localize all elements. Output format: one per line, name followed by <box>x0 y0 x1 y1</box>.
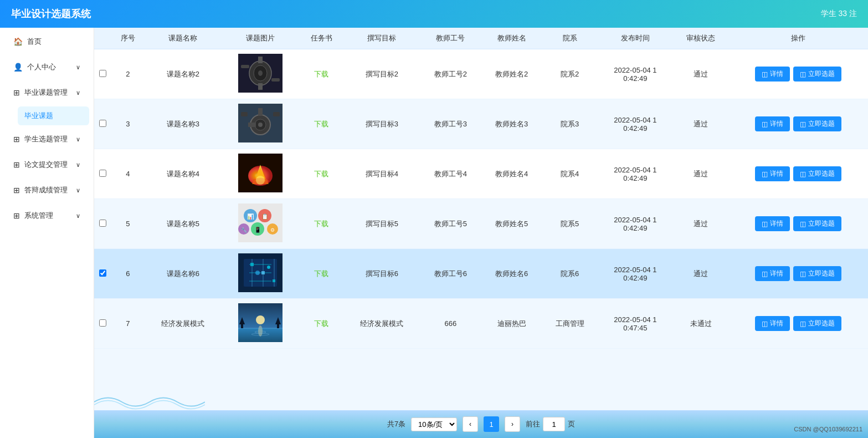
detail-icon: ◫ <box>762 70 768 78</box>
row-status: 通过 <box>673 99 728 149</box>
total-count: 共7条 <box>387 419 405 429</box>
row-teacher-id: 666 <box>420 299 481 349</box>
select-button[interactable]: ◫ 立即选题 <box>793 67 841 82</box>
detail-button[interactable]: ◫ 详情 <box>755 67 790 82</box>
row-checkbox-cell <box>94 99 111 149</box>
next-page-button[interactable]: › <box>505 416 520 432</box>
detail-button[interactable]: ◫ 详情 <box>755 216 790 231</box>
sidebar-label-sys-mgmt: 系统管理 <box>24 211 53 221</box>
svg-text:🔧: 🔧 <box>240 227 247 233</box>
row-teacher-id: 教师工号2 <box>420 49 481 99</box>
row-dept: 院系3 <box>542 99 598 149</box>
col-teacher-name: 教师姓名 <box>481 28 542 49</box>
svg-rect-11 <box>258 108 263 116</box>
sidebar-label-home: 首页 <box>27 37 42 47</box>
svg-rect-6 <box>241 65 249 68</box>
person-icon: 👤 <box>13 63 23 72</box>
select-button[interactable]: ◫ 立即选题 <box>793 216 841 231</box>
chevron-down-icon-3: ∨ <box>76 136 80 143</box>
sidebar-item-paper-submit[interactable]: ⊞ 论文提交管理 ∨ <box>4 153 89 176</box>
detail-button[interactable]: ◫ 详情 <box>755 166 790 181</box>
row-download[interactable]: 下载 <box>299 49 344 99</box>
row-download[interactable]: 下载 <box>299 99 344 149</box>
download-link[interactable]: 下载 <box>314 220 328 228</box>
row-goal: 撰写目标5 <box>344 199 420 249</box>
row-image: 📊 📋 📱 ⚙ 🔧 <box>221 199 299 249</box>
sidebar-item-sys-mgmt[interactable]: ⊞ 系统管理 ∨ <box>4 204 89 227</box>
download-link[interactable]: 下载 <box>314 269 328 278</box>
svg-point-21 <box>256 176 265 185</box>
row-teacher-id: 教师工号3 <box>420 99 481 149</box>
download-link[interactable]: 下载 <box>314 319 328 328</box>
svg-text:⚙: ⚙ <box>270 227 275 233</box>
row-actions: ◫ 详情 ◫ 立即选题 <box>728 149 868 199</box>
row-dept: 工商管理 <box>542 299 598 349</box>
row-checkbox-cell <box>94 249 111 299</box>
sidebar-item-home[interactable]: 🏠 首页 <box>4 30 89 53</box>
row-status: 通过 <box>673 149 728 199</box>
row-checkbox[interactable] <box>99 319 106 327</box>
row-name: 课题名称6 <box>145 249 222 299</box>
row-download[interactable]: 下载 <box>299 199 344 249</box>
main-content: 序号 课题名称 课题图片 任务书 撰写目标 教师工号 教师姓名 院系 发布时间 … <box>94 28 868 438</box>
goto-input[interactable] <box>543 417 565 431</box>
prev-page-button[interactable]: ‹ <box>463 416 478 432</box>
row-goal: 经济发展模式 <box>344 299 420 349</box>
row-checkbox[interactable] <box>99 220 106 227</box>
sidebar-label-thesis-topic: 毕业课题 <box>24 111 53 121</box>
row-download[interactable]: 下载 <box>299 149 344 199</box>
select-button[interactable]: ◫ 立即选题 <box>793 316 841 331</box>
table-row: 2 课题名称2 下载 撰写目标2 教师工号2 教师姓名2 院系2 2022-05… <box>94 49 868 99</box>
goto-label-post: 页 <box>568 419 575 429</box>
row-image <box>221 249 299 299</box>
svg-point-44 <box>255 271 260 275</box>
row-actions: ◫ 详情 ◫ 立即选题 <box>728 49 868 99</box>
download-link[interactable]: 下载 <box>314 170 328 178</box>
svg-text:📱: 📱 <box>254 226 261 233</box>
svg-rect-7 <box>271 78 280 82</box>
row-actions: ◫ 详情 ◫ 立即选题 <box>728 249 868 299</box>
row-seq: 3 <box>111 99 145 149</box>
row-actions: ◫ 详情 ◫ 立即选题 <box>728 299 868 349</box>
row-time: 2022-05-04 10:42:49 <box>597 149 673 199</box>
sidebar-label-paper-submit: 论文提交管理 <box>24 160 68 170</box>
sidebar-item-defense-score[interactable]: ⊞ 答辩成绩管理 ∨ <box>4 179 89 202</box>
row-actions: ◫ 详情 ◫ 立即选题 <box>728 99 868 149</box>
goto-page: 前往 页 <box>526 417 575 431</box>
detail-button[interactable]: ◫ 详情 <box>755 116 790 131</box>
row-name: 课题名称3 <box>145 99 222 149</box>
row-goal: 撰写目标4 <box>344 149 420 199</box>
row-checkbox[interactable] <box>99 170 106 177</box>
col-teacher-id: 教师工号 <box>420 28 481 49</box>
row-status: 未通过 <box>673 299 728 349</box>
sidebar-item-thesis-mgmt[interactable]: ⊞ 毕业课题管理 ∨ <box>4 81 89 104</box>
table-row: 7 经济发展模式 下载 经济发展模式 <box>94 299 868 349</box>
sidebar-item-student-select[interactable]: ⊞ 学生选题管理 ∨ <box>4 128 89 151</box>
select-icon: ◫ <box>800 220 806 228</box>
svg-point-5 <box>258 70 263 76</box>
select-button[interactable]: ◫ 立即选题 <box>793 116 841 131</box>
select-button[interactable]: ◫ 立即选题 <box>793 266 841 281</box>
row-seq: 2 <box>111 49 145 99</box>
row-goal: 撰写目标3 <box>344 99 420 149</box>
row-checkbox[interactable] <box>99 120 106 127</box>
download-link[interactable]: 下载 <box>314 70 328 78</box>
page-size-select[interactable]: 10条/页 20条/页 50条/页 <box>411 417 457 431</box>
home-icon: 🏠 <box>13 37 23 46</box>
sidebar-item-thesis-topic[interactable]: 毕业课题 <box>18 106 89 125</box>
row-download[interactable]: 下载 <box>299 299 344 349</box>
select-button[interactable]: ◫ 立即选题 <box>793 166 841 181</box>
row-checkbox[interactable] <box>99 70 106 77</box>
detail-button[interactable]: ◫ 详情 <box>755 316 790 331</box>
detail-icon: ◫ <box>762 220 768 228</box>
col-image: 课题图片 <box>221 28 299 49</box>
detail-label: 详情 <box>770 269 783 278</box>
row-goal: 撰写目标6 <box>344 249 420 299</box>
detail-label: 详情 <box>770 69 783 79</box>
download-link[interactable]: 下载 <box>314 120 328 128</box>
sidebar-item-personal[interactable]: 👤 个人中心 ∨ <box>4 55 89 79</box>
row-download[interactable]: 下载 <box>299 249 344 299</box>
detail-button[interactable]: ◫ 详情 <box>755 266 790 281</box>
row-checkbox[interactable] <box>99 269 106 277</box>
select-icon: ◫ <box>800 120 806 128</box>
